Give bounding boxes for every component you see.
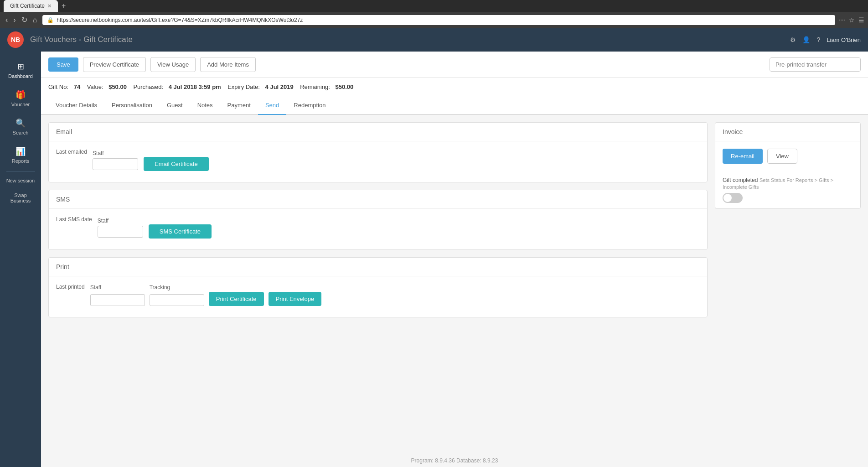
sms-form-field: Staff SMS Certificate [98,216,700,239]
invoice-card: Invoice Re-email View Gift completed Set… [715,122,861,209]
save-button[interactable]: Save [48,57,78,72]
gift-no-value: 74 [74,83,80,90]
add-more-items-button[interactable]: Add More Items [200,57,256,72]
header-icons: ⚙ 👤 ? Liam O'Brien [790,36,861,43]
tab-send[interactable]: Send [258,96,286,115]
tab-close-icon[interactable]: ✕ [47,3,52,9]
re-email-button[interactable]: Re-email [723,149,763,164]
menu-icon[interactable]: ☰ [858,16,864,24]
print-tracking-group: Tracking [150,284,204,306]
sidebar-label-dashboard: Dashboard [8,73,33,79]
tab-personalisation[interactable]: Personalisation [104,96,160,115]
browser-controls: ⋯ ☆ ☰ [839,16,864,24]
tab-payment[interactable]: Payment [220,96,258,115]
gift-completed-label: Gift completed [723,177,758,183]
gift-info-bar: Gift No: 74 Value: $50.00 Purchased: 4 J… [41,78,868,96]
content-area: Save Preview Certificate View Usage Add … [41,52,868,467]
tab-guest[interactable]: Guest [160,96,190,115]
email-form-field: Staff Email Certificate [93,149,700,171]
back-button[interactable]: ‹ [4,15,10,25]
toggle-container[interactable] [723,193,853,203]
value-value: $50.00 [108,83,127,90]
forward-button[interactable]: › [11,15,17,25]
purchased-label: Purchased: [133,83,163,90]
sidebar-item-new-session[interactable]: New session [0,173,41,188]
sidebar-item-dashboard[interactable]: ⊞ Dashboard [0,56,41,84]
app-title: Gift Vouchers - Gift Certificate [30,35,790,44]
extensions-icon[interactable]: ⋯ [839,16,845,24]
gift-no-label: Gift No: [48,83,68,90]
home-button[interactable]: ⌂ [31,15,39,25]
left-panel: Email Last emailed Staff [48,122,708,445]
sidebar-item-reports[interactable]: 📊 Reports [0,141,41,169]
view-invoice-button[interactable]: View [767,149,797,164]
expiry-label: Expiry Date: [227,83,260,90]
sms-form-row: Last SMS date Staff SMS Certificate [56,216,700,239]
print-staff-input[interactable] [90,294,145,306]
last-sms-label: Last SMS date [56,216,92,224]
sidebar-item-swap-business[interactable]: Swap Business [0,188,41,208]
print-certificate-button[interactable]: Print Certificate [209,292,264,306]
last-printed-label: Last printed [56,284,85,292]
expiry-value: 4 Jul 2019 [265,83,294,90]
sidebar-label-reports: Reports [12,158,30,164]
footer: Program: 8.9.4.36 Database: 8.9.23 [41,452,868,467]
voucher-icon: 🎁 [16,90,26,100]
search-icon: 🔍 [16,118,26,128]
reload-button[interactable]: ↻ [20,15,29,25]
pre-printed-transfer-input[interactable] [770,57,861,72]
sms-staff-input[interactable] [98,226,143,238]
header-user[interactable]: Liam O'Brien [827,36,861,43]
address-bar[interactable]: 🔒 https://secure.netbookings.com.au/test… [42,15,835,25]
sms-card: SMS Last SMS date Staff [48,190,708,250]
tab-voucher-details[interactable]: Voucher Details [48,96,104,115]
view-usage-button[interactable]: View Usage [150,57,196,72]
app-logo: NB [7,31,24,48]
email-card-header: Email [49,123,707,141]
user-icon[interactable]: 👤 [802,36,810,43]
sidebar-label-swap-business: Swap Business [4,192,37,203]
url-text: https://secure.netbookings.com.au/test/G… [57,17,303,23]
sidebar-divider [6,171,35,171]
print-card: Print Last printed Staff [48,257,708,317]
email-staff-input[interactable] [93,158,138,170]
help-icon[interactable]: ? [816,36,820,43]
tab-title: Gift Certificate [10,3,45,9]
tab-navigation: Voucher Details Personalisation Guest No… [41,96,868,115]
print-tracking-input[interactable] [150,294,204,306]
invoice-card-body: Re-email View [715,141,860,171]
footer-text: Program: 8.9.4.36 Database: 8.9.23 [411,457,498,464]
tab-notes[interactable]: Notes [190,96,220,115]
sidebar-item-search[interactable]: 🔍 Search [0,113,41,141]
toolbar-right [770,57,861,72]
print-staff-group: Staff [90,284,145,306]
email-certificate-button[interactable]: Email Certificate [144,157,209,171]
gift-completed-toggle[interactable] [723,193,743,203]
print-envelope-button[interactable]: Print Envelope [269,292,322,306]
print-fields: Staff Tracking Print Certificate Print E… [90,284,321,306]
sms-certificate-button[interactable]: SMS Certificate [149,224,212,239]
last-emailed-label: Last emailed [56,149,87,157]
staff-group: Staff [93,150,138,170]
sms-card-header: SMS [49,190,707,209]
sidebar-label-voucher: Voucher [11,102,30,107]
settings-icon[interactable]: ⚙ [790,36,796,43]
tab-redemption[interactable]: Redemption [286,96,333,115]
browser-tab[interactable]: Gift Certificate ✕ [4,0,58,12]
value-label: Value: [87,83,103,90]
sidebar-item-voucher[interactable]: 🎁 Voucher [0,84,41,113]
sidebar-label-new-session: New session [6,178,35,183]
lock-icon: 🔒 [47,17,54,23]
preview-certificate-button[interactable]: Preview Certificate [83,57,146,72]
email-form-row: Last emailed Staff Email Certificate [56,149,700,171]
page-content: Email Last emailed Staff [41,115,868,452]
print-card-body: Last printed Staff Tracking [49,276,707,317]
reports-icon: 📊 [16,146,26,156]
right-panel: Invoice Re-email View Gift completed Set… [715,122,861,445]
sidebar: ⊞ Dashboard 🎁 Voucher 🔍 Search 📊 Reports… [0,52,41,467]
remaining-label: Remaining: [300,83,330,90]
new-tab-button[interactable]: + [58,0,69,12]
bookmark-icon[interactable]: ☆ [849,16,855,24]
invoice-card-header: Invoice [715,123,860,141]
print-card-header: Print [49,258,707,276]
